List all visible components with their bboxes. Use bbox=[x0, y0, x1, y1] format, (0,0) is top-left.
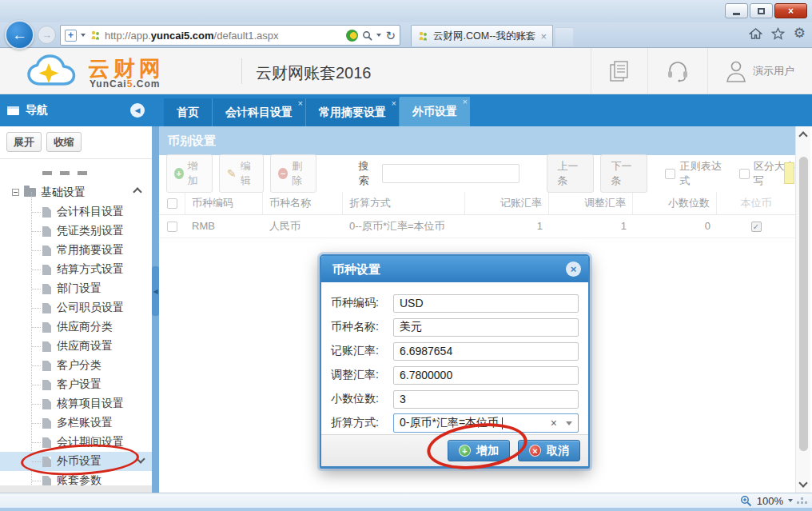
collapse-expander-icon[interactable] bbox=[12, 189, 19, 196]
window-controls: × bbox=[725, 3, 807, 18]
tab-accounting-subjects[interactable]: 会计科目设置× bbox=[213, 98, 306, 126]
field-label: 折算方式: bbox=[331, 416, 390, 430]
table-header: 币种编码 币种名称 折算方式 记账汇率 调整汇率 小数位数 本位币 bbox=[159, 192, 795, 215]
expand-all-button[interactable]: 展开 bbox=[6, 132, 42, 152]
cell-currency-name: 人民币 bbox=[263, 215, 343, 238]
user-menu[interactable]: 演示用户 bbox=[707, 48, 812, 94]
sidebar-item[interactable]: 会计科目设置 bbox=[0, 202, 152, 222]
dropdown-caret-icon[interactable] bbox=[566, 421, 572, 425]
vertical-scrollbar[interactable] bbox=[795, 126, 810, 493]
highlight-button-clipped[interactable] bbox=[784, 162, 794, 184]
tab-close-icon[interactable]: × bbox=[392, 98, 396, 109]
currency-code-field[interactable] bbox=[393, 294, 579, 313]
book-rate-field[interactable] bbox=[393, 342, 579, 361]
decimals-field[interactable] bbox=[393, 390, 579, 409]
zoom-dropdown-icon[interactable] bbox=[788, 499, 793, 502]
address-bar[interactable]: + http://app.yuncai5.com/default1.aspx ↻ bbox=[60, 25, 400, 46]
scroll-down-icon[interactable] bbox=[798, 478, 807, 487]
document-icon bbox=[42, 380, 51, 390]
zoom-controls[interactable]: 100% bbox=[740, 493, 806, 508]
forward-button[interactable]: → bbox=[38, 26, 56, 44]
compatibility-add-icon[interactable]: + bbox=[65, 30, 77, 42]
previous-button[interactable]: 上一条 bbox=[547, 154, 594, 193]
user-name: 演示用户 bbox=[753, 64, 794, 78]
tab-close-icon[interactable]: × bbox=[540, 30, 547, 42]
sidebar-item[interactable]: 部门设置 bbox=[0, 279, 152, 298]
clipped-tree-item bbox=[42, 171, 89, 175]
form-row: 币种编码: bbox=[331, 291, 579, 315]
checkbox-icon[interactable] bbox=[739, 169, 750, 179]
search-input[interactable] bbox=[382, 164, 519, 183]
edit-button[interactable]: ✎编辑 bbox=[219, 154, 264, 193]
field-label: 调整汇率: bbox=[331, 368, 390, 382]
support-button[interactable] bbox=[647, 48, 707, 94]
sidebar-collapse-button[interactable]: ◀ bbox=[130, 103, 145, 118]
collapse-all-button[interactable]: 收缩 bbox=[46, 132, 82, 152]
sidebar-item[interactable]: 供应商设置 bbox=[0, 337, 152, 356]
tab-favicon bbox=[417, 30, 428, 42]
row-checkbox[interactable] bbox=[167, 222, 177, 232]
currency-name-field[interactable] bbox=[393, 318, 579, 337]
table-row[interactable]: RMB 人民币 0--原币*汇率=本位币 1 1 0 ✓ bbox=[159, 215, 795, 238]
dialog-close-icon[interactable]: × bbox=[566, 261, 581, 277]
close-button[interactable]: × bbox=[774, 3, 807, 18]
dialog-header[interactable]: 币种设置 × bbox=[321, 256, 588, 282]
panel-splitter[interactable]: ◀ bbox=[152, 126, 159, 493]
search-dropdown-icon[interactable] bbox=[376, 34, 381, 37]
cell-adjust-rate: 1 bbox=[549, 215, 633, 238]
documents-button[interactable] bbox=[591, 48, 647, 94]
regex-option[interactable]: 正则表达式 bbox=[665, 159, 721, 188]
clear-icon[interactable]: × bbox=[547, 417, 560, 429]
app-tabs: 首页 会计科目设置× 常用摘要设置× 外币设置× bbox=[164, 94, 470, 126]
sidebar-item[interactable]: 结算方式设置 bbox=[0, 260, 152, 279]
tab-home[interactable]: 首页 bbox=[164, 98, 213, 126]
browser-action-icons: ⚙ bbox=[749, 26, 806, 40]
back-button[interactable]: ← bbox=[5, 20, 34, 50]
yuncai-cloud-logo bbox=[24, 52, 83, 90]
select-all-checkbox[interactable] bbox=[167, 198, 177, 209]
dialog-cancel-button[interactable]: ×取消 bbox=[518, 440, 580, 461]
field-label: 币种名称: bbox=[331, 320, 390, 334]
sidebar-item[interactable]: 凭证类别设置 bbox=[0, 222, 152, 241]
user-icon bbox=[726, 60, 746, 82]
sidebar-item[interactable]: 客户设置 bbox=[0, 375, 152, 394]
sidebar-item[interactable]: 多栏账设置 bbox=[0, 413, 152, 433]
compatibility-view-icon[interactable] bbox=[346, 30, 358, 42]
sidebar-item[interactable]: 公司职员设置 bbox=[0, 298, 152, 317]
next-button[interactable]: 下一条 bbox=[600, 154, 647, 193]
delete-minus-icon: − bbox=[278, 168, 288, 179]
browser-tab[interactable]: 云财网.COM--我的账套 × bbox=[411, 25, 553, 46]
sidebar-item[interactable]: 客户分类 bbox=[0, 356, 152, 375]
tab-common-summary[interactable]: 常用摘要设置× bbox=[306, 98, 400, 126]
document-icon bbox=[42, 418, 51, 429]
adjust-rate-field[interactable] bbox=[393, 366, 579, 385]
sidebar-item[interactable]: 供应商分类 bbox=[0, 317, 152, 337]
settings-gear-icon[interactable]: ⚙ bbox=[794, 26, 806, 40]
new-tab-button[interactable] bbox=[555, 27, 574, 46]
minimize-button[interactable] bbox=[725, 3, 748, 18]
search-icon[interactable] bbox=[362, 30, 372, 41]
sidebar-footer bbox=[0, 485, 152, 493]
home-icon[interactable] bbox=[749, 27, 762, 40]
checkbox-icon[interactable] bbox=[665, 169, 675, 179]
tab-close-icon[interactable]: × bbox=[463, 97, 468, 107]
sidebar-item[interactable]: 核算项目设置 bbox=[0, 394, 152, 413]
scrollbar-thumb[interactable] bbox=[799, 157, 808, 451]
forward-icon: → bbox=[42, 29, 52, 41]
favorites-star-icon[interactable] bbox=[771, 27, 785, 40]
form-row: 小数位数: bbox=[331, 387, 579, 411]
tab-foreign-currency[interactable]: 外币设置× bbox=[400, 97, 470, 126]
scroll-up-icon[interactable] bbox=[798, 131, 807, 140]
delete-button[interactable]: −删除 bbox=[270, 154, 316, 193]
chevron-down-icon[interactable] bbox=[81, 34, 86, 37]
splitter-collapse-icon[interactable]: ◀ bbox=[152, 266, 159, 316]
tree-group-basic-settings[interactable]: 基础设置 bbox=[0, 182, 152, 202]
url-text[interactable]: http://app.yuncai5.com/default1.aspx bbox=[105, 30, 342, 42]
maximize-button[interactable] bbox=[750, 3, 773, 18]
add-button[interactable]: +增加 bbox=[166, 154, 213, 193]
base-currency-checkbox[interactable]: ✓ bbox=[751, 222, 762, 232]
refresh-icon[interactable]: ↻ bbox=[385, 30, 396, 42]
folder-icon bbox=[24, 188, 36, 197]
sidebar-item[interactable]: 常用摘要设置 bbox=[0, 241, 152, 260]
tab-close-icon[interactable]: × bbox=[298, 98, 303, 109]
